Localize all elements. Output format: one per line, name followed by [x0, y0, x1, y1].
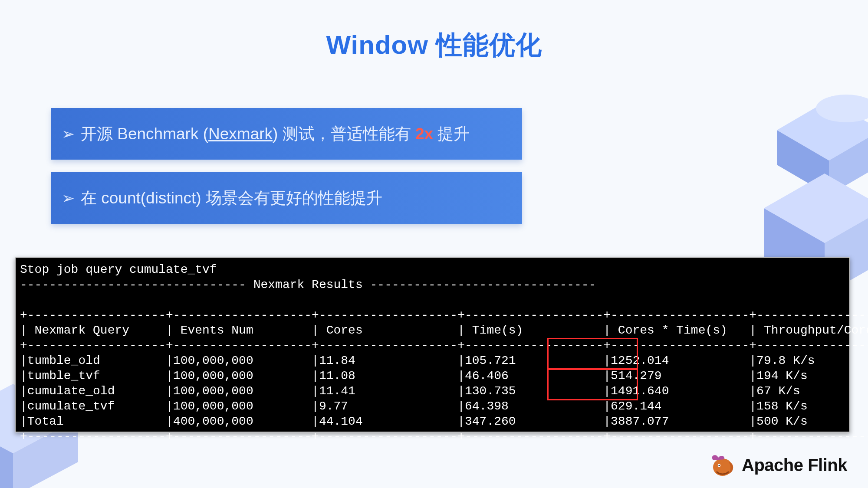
terminal-row-5: |Total |400,000,000 |44.104 |347.260 |38… — [20, 415, 868, 428]
terminal-line-stop: Stop job query cumulate_tvf — [20, 263, 217, 276]
bullet-count-distinct: ➢ 在 count(distinct) 场景会有更好的性能提升 — [51, 172, 522, 224]
bullet-2-text: 在 count(distinct) 场景会有更好的性能提升 — [81, 187, 382, 209]
slide-title: Window 性能优化 — [0, 28, 868, 63]
terminal-output: Stop job query cumulate_tvf ------------… — [15, 257, 850, 432]
bullet-1-text-mid: ) 测试，普适性能有 — [273, 123, 415, 145]
terminal-row-3: |cumulate_old |100,000,000 |11.41 |130.7… — [20, 384, 868, 398]
terminal-hr: +-------------------+-------------------… — [20, 339, 868, 352]
bullet-1-highlight: 2x — [415, 125, 433, 143]
terminal-row-4: |cumulate_tvf |100,000,000 |9.77 |64.398… — [20, 400, 868, 413]
bullet-1-text-post: 提升 — [433, 123, 470, 145]
svg-point-12 — [718, 465, 720, 466]
slide: Window 性能优化 ➢ 开源 B — [0, 0, 868, 488]
flink-logo-icon — [708, 452, 736, 478]
terminal-line-banner: ------------------------------- Nexmark … — [20, 278, 596, 291]
bullet-benchmark: ➢ 开源 Benchmark (Nexmark) 测试，普适性能有 2x 提升 — [51, 108, 522, 160]
brand-text: Apache Flink — [742, 455, 847, 475]
bullet-1-text-pre: 开源 Benchmark ( — [81, 123, 208, 145]
terminal-row-1: |tumble_old |100,000,000 |11.84 |105.721… — [20, 354, 868, 367]
terminal-header: | Nexmark Query | Events Num | Cores | T… — [20, 324, 868, 337]
chevron-right-icon: ➢ — [62, 190, 75, 206]
brand-footer: Apache Flink — [708, 452, 847, 478]
terminal-row-2: |tumble_tvf |100,000,000 |11.08 |46.406 … — [20, 369, 868, 383]
bullet-1-link[interactable]: Nexmark — [208, 125, 273, 143]
chevron-right-icon: ➢ — [62, 126, 75, 142]
terminal-hr: +-------------------+-------------------… — [20, 308, 868, 322]
terminal-hr: +-------------------+-------------------… — [20, 430, 868, 443]
